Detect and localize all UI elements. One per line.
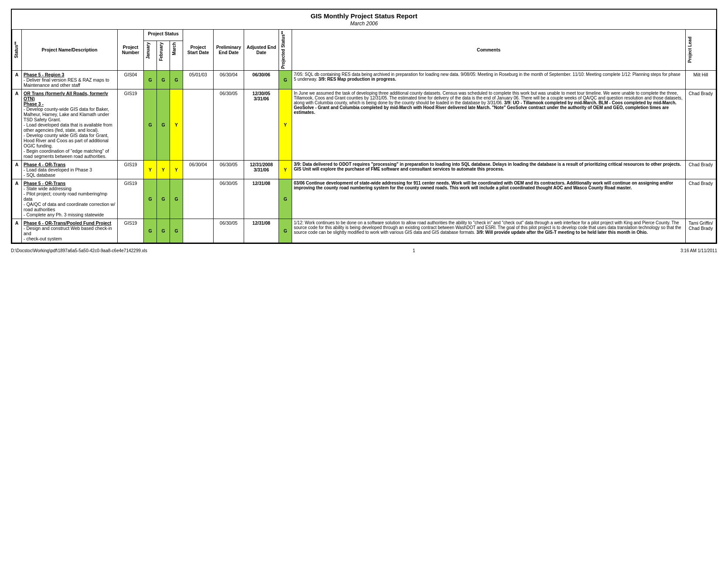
- row-march: G: [170, 70, 183, 89]
- row-prelim-end: 06/30/05: [214, 89, 244, 160]
- row-january: G: [144, 89, 157, 160]
- row-project-number: GIS19: [118, 89, 144, 160]
- row-proj-status: Y: [279, 89, 292, 160]
- row-start-date: 06/30/04: [183, 160, 214, 179]
- row-project-name: Phase 4 - OR-Trans- Load data developed …: [22, 160, 118, 179]
- row-february: Y: [157, 160, 170, 179]
- project-status-header-row: Status** Project Name/Description Projec…: [12, 30, 716, 41]
- row-adj-end: 12/30/053/31/06: [244, 89, 279, 160]
- row-project-number: GIS19: [118, 219, 144, 243]
- row-project-name: Phase 6 - OR-Trans/Pooled Fund Project- …: [22, 219, 118, 243]
- row-adj-end: 12/31/08: [244, 179, 279, 219]
- row-march: G: [170, 219, 183, 243]
- comments-header: Comments: [477, 47, 500, 52]
- row-prelim-end: 06/30/05: [214, 219, 244, 243]
- row-february: G: [157, 89, 170, 160]
- row-comments: 03/06 Continue development of state-wide…: [292, 179, 686, 219]
- report-title: GIS Monthly Project Status Report: [12, 10, 716, 21]
- row-lead: Chad Brady: [686, 179, 716, 219]
- report-subtitle: March 2006: [12, 21, 716, 29]
- main-table: Status** Project Name/Description Projec…: [12, 29, 716, 243]
- table-row: APhase 5 - OR-Trans- State wide addressi…: [12, 179, 716, 219]
- row-march: G: [170, 179, 183, 219]
- project-number-header: Project Number: [122, 45, 139, 55]
- row-start-date: 05/01/03: [183, 70, 214, 89]
- start-date-header: Project Start Date: [187, 45, 209, 55]
- footer-timestamp: 3:16 AM 1/11/2011: [680, 248, 717, 253]
- row-proj-status: G: [279, 70, 292, 89]
- table-row: APhase 4 - OR-Trans- Load data developed…: [12, 160, 716, 179]
- row-proj-status: G: [279, 219, 292, 243]
- row-start-date: [183, 89, 214, 160]
- row-january: Y: [144, 160, 157, 179]
- row-start-date: [183, 179, 214, 219]
- row-lead: Chad Brady: [686, 160, 716, 179]
- footer: D:\Docstoc\Working\pdf\1897a6a5-5a50-42c…: [11, 244, 717, 253]
- prelim-end-header: Preliminary End Date: [216, 45, 241, 55]
- row-march: Y: [170, 89, 183, 160]
- table-row: AOR Trans (formerly All Roads, formerly …: [12, 89, 716, 160]
- row-lead: Chad Brady: [686, 89, 716, 160]
- row-february: G: [157, 70, 170, 89]
- row-january: G: [144, 179, 157, 219]
- march-header: March: [172, 42, 177, 55]
- row-status: A: [12, 179, 22, 219]
- table-row: APhase 6 - OR-Trans/Pooled Fund Project-…: [12, 219, 716, 243]
- row-status: A: [12, 160, 22, 179]
- page: GIS Monthly Project Status Report March …: [11, 9, 717, 253]
- row-comments: 1/12: Work continues to be done on a sof…: [292, 219, 686, 243]
- row-comments: 7/05: SQL db containing RES data being a…: [292, 70, 686, 89]
- row-february: G: [157, 219, 170, 243]
- row-project-name: OR Trans (formerly All Roads, formerly O…: [22, 89, 118, 160]
- table-row: APhase 5 - Region 3- Deliver final versi…: [12, 70, 716, 89]
- row-prelim-end: 06/30/05: [214, 160, 244, 179]
- project-status-main-header: Project Status: [148, 31, 179, 36]
- row-project-number: GIS04: [118, 70, 144, 89]
- row-prelim-end: 06/30/04: [214, 70, 244, 89]
- row-project-name: Phase 5 - Region 3- Deliver final versio…: [22, 70, 118, 89]
- row-status: A: [12, 89, 22, 160]
- row-prelim-end: 06/30/05: [214, 179, 244, 219]
- row-proj-status: Y: [279, 160, 292, 179]
- row-january: G: [144, 70, 157, 89]
- row-status: A: [12, 219, 22, 243]
- row-lead: Milt Hill: [686, 70, 716, 89]
- footer-filepath: D:\Docstoc\Working\pdf\1897a6a5-5a50-42c…: [11, 248, 147, 253]
- row-project-number: GIS19: [118, 160, 144, 179]
- status-header: Status**: [14, 41, 19, 58]
- row-march: Y: [170, 160, 183, 179]
- february-header: February: [159, 42, 163, 61]
- row-comments: In June we assumed the task of developin…: [292, 89, 686, 160]
- row-adj-end: 12/31/08: [244, 219, 279, 243]
- row-project-name: Phase 5 - OR-Trans- State wide addressin…: [22, 179, 118, 219]
- january-header: January: [146, 42, 150, 59]
- row-project-number: GIS19: [118, 179, 144, 219]
- proj-status-header: Projected Status**: [281, 31, 286, 69]
- footer-page: 1: [413, 248, 415, 253]
- lead-header: Project Lead: [687, 37, 692, 63]
- row-january: G: [144, 219, 157, 243]
- row-lead: Tami Griffin/ Chad Brady: [686, 219, 716, 243]
- row-start-date: [183, 219, 214, 243]
- row-february: G: [157, 179, 170, 219]
- row-comments: 3/9: Data delivered to ODOT requires "pr…: [292, 160, 686, 179]
- row-status: A: [12, 70, 22, 89]
- row-proj-status: G: [279, 179, 292, 219]
- project-name-header: Project Name/Description: [42, 47, 98, 52]
- adj-end-header: Adjusted End Date: [247, 45, 276, 55]
- row-adj-end: 12/31/20083/31/06: [244, 160, 279, 179]
- row-adj-end: 06/30/06: [244, 70, 279, 89]
